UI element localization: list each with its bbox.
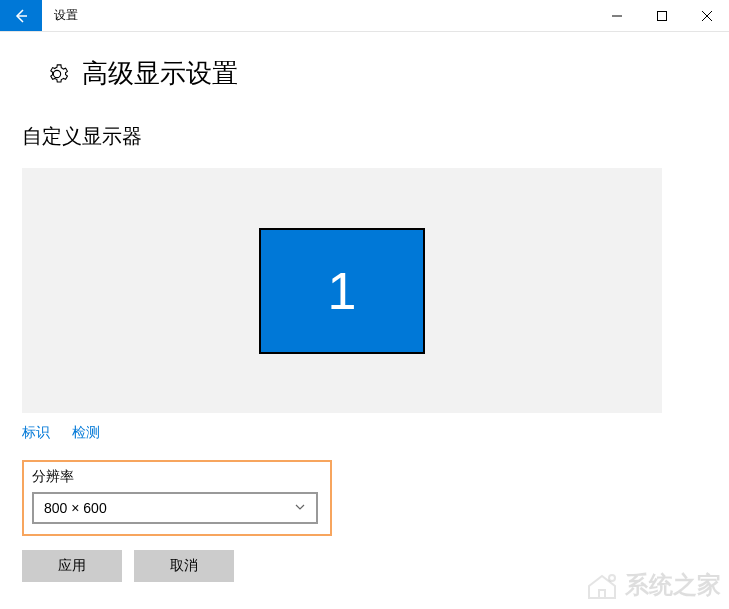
apply-button[interactable]: 应用 [22, 550, 122, 582]
resolution-value: 800 × 600 [44, 500, 107, 516]
window-controls [594, 0, 729, 31]
arrow-left-icon [13, 8, 29, 24]
monitor-1[interactable]: 1 [259, 228, 425, 354]
titlebar: 设置 [0, 0, 729, 32]
cancel-button[interactable]: 取消 [134, 550, 234, 582]
resolution-dropdown[interactable]: 800 × 600 [32, 492, 318, 524]
button-row: 应用 取消 [22, 550, 707, 582]
svg-rect-1 [657, 11, 666, 20]
window-title: 设置 [42, 0, 594, 31]
identify-link[interactable]: 标识 [22, 424, 50, 442]
monitor-number: 1 [328, 261, 357, 321]
chevron-down-icon [294, 500, 306, 516]
minimize-button[interactable] [594, 0, 639, 32]
page-header: 高级显示设置 [22, 56, 707, 91]
close-button[interactable] [684, 0, 729, 32]
gear-icon [46, 63, 68, 85]
maximize-icon [657, 11, 667, 21]
resolution-section: 分辨率 800 × 600 [22, 460, 332, 536]
link-row: 标识 检测 [22, 423, 707, 442]
page-title: 高级显示设置 [82, 56, 238, 91]
maximize-button[interactable] [639, 0, 684, 32]
display-preview: 1 [22, 168, 662, 413]
resolution-label: 分辨率 [32, 468, 322, 486]
detect-link[interactable]: 检测 [72, 424, 100, 442]
minimize-icon [612, 11, 622, 21]
back-button[interactable] [0, 0, 42, 31]
content-area: 高级显示设置 自定义显示器 1 标识 检测 分辨率 800 × 600 应用 取… [0, 32, 729, 582]
close-icon [702, 11, 712, 21]
section-title: 自定义显示器 [22, 123, 707, 150]
